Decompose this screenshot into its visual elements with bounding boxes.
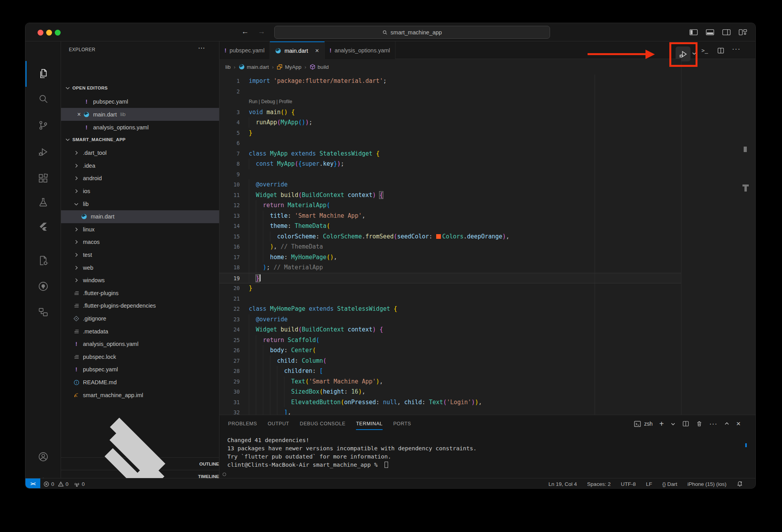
code-line[interactable]: 22class MyHomePage extends StatelessWidg… [219,304,681,314]
tree-item-.dart_tool[interactable]: .dart_tool [61,147,219,159]
panel-tab-output[interactable]: OUTPUT [268,415,289,432]
code-line[interactable]: 3void main() { [219,107,681,118]
maximize-panel-icon[interactable] [724,421,730,426]
tree-item-README.md[interactable]: README.md [61,376,219,389]
traffic-light-minimize[interactable] [46,30,52,36]
split-terminal-icon[interactable] [682,420,689,427]
code-line[interactable]: 12return MaterialApp( [219,200,681,211]
activity-source-control-icon[interactable] [25,115,61,135]
code-line[interactable]: 23@override [219,314,681,325]
tree-item-.metadata[interactable]: .metadata [61,325,219,338]
more-actions-icon[interactable]: ··· [732,45,741,53]
code-line[interactable]: 32], [219,407,681,415]
code-line[interactable]: 13title: 'Smart Machine App', [219,211,681,221]
toggle-primary-sidebar-icon[interactable] [689,29,698,36]
toggle-secondary-sidebar-icon[interactable] [722,29,731,36]
split-editor-icon[interactable] [717,47,724,54]
activity-remote-explorer-icon[interactable] [25,302,61,322]
panel-more-actions-icon[interactable]: ··· [709,420,717,428]
code-line[interactable]: 26body: Center( [219,345,681,356]
status--dart[interactable]: {} Dart [662,481,677,487]
code-line[interactable]: 1import 'package:flutter/material.dart'; [219,76,681,86]
open-editor-main.dart[interactable]: ×main.dartlib [61,108,219,121]
open-editor-pubspec.yaml[interactable]: !pubspec.yaml [61,95,219,108]
code-line[interactable]: 15colorScheme: ColorScheme.fromSeed(seed… [219,231,681,242]
back-arrow-icon[interactable]: ← [241,27,249,36]
command-center-search[interactable]: smart_machine_app [274,26,550,39]
notifications-bell-icon[interactable] [737,481,743,487]
activity-search-icon[interactable] [25,88,61,109]
tree-item-.flutter-plugins-dependencies[interactable]: .flutter-plugins-dependencies [61,299,219,312]
tree-item-web[interactable]: web [61,261,219,274]
status-spaces-2[interactable]: Spaces: 2 [587,481,611,487]
code-lens-row[interactable]: Run | Debug | Profile [219,97,681,107]
close-tab-icon[interactable]: × [315,47,319,55]
tree-item-pubspec.lock[interactable]: pubspec.lock [61,351,219,364]
status-utf-8[interactable]: UTF-8 [621,481,636,487]
code-line[interactable]: 5} [219,128,681,138]
tree-item-main.dart[interactable]: main.dart [61,210,219,223]
views-more-actions-icon[interactable]: ⋯ [198,44,205,52]
tree-item-pubspec.yaml[interactable]: !pubspec.yaml [61,363,219,376]
panel-tab-problems[interactable]: PROBLEMS [228,415,257,432]
code-line[interactable]: 7class MyApp extends StatelessWidget { [219,149,681,159]
panel-tab-debug-console[interactable]: DEBUG CONSOLE [300,415,345,432]
tree-item-lib[interactable]: lib [61,197,219,210]
activity-testing-icon[interactable] [25,192,61,213]
code-line[interactable]: 25return Scaffold( [219,335,681,346]
tree-item-macos[interactable]: macos [61,236,219,249]
remote-indicator[interactable]: >< [25,478,40,489]
breadcrumb-lib[interactable]: lib [225,64,231,70]
code-line[interactable]: 20} [219,283,681,294]
code-line[interactable]: 10@override [219,179,681,190]
breadcrumb-main.dart[interactable]: main.dart [239,64,269,70]
tab-main.dart[interactable]: main.dart× [270,41,324,59]
code-line[interactable]: 6 [219,138,681,149]
code-line[interactable]: 31ElevatedButton(onPressed: null, child:… [219,397,681,408]
code-line[interactable]: 21 [219,294,681,304]
code-editor[interactable]: 1import 'package:flutter/material.dart';… [219,75,681,415]
tree-item-android[interactable]: android [61,172,219,185]
activity-flutter-icon[interactable] [25,217,61,237]
activity-github-icon[interactable] [25,276,61,296]
tree-item-.gitignore[interactable]: .gitignore [61,312,219,325]
traffic-light-zoom[interactable] [55,30,61,36]
command-decoration-icon[interactable] [223,473,226,476]
open-editors-header[interactable]: OPEN EDITORS [61,82,219,94]
code-line[interactable]: 4runApp(MyApp()); [219,117,681,128]
activity-cmake-tools-icon[interactable] [25,250,61,270]
terminal-prompt[interactable]: clint@Clints-MacBook-Air smart_machine_a… [227,461,476,469]
tree-item-windows[interactable]: windows [61,274,219,287]
panel-tab-ports[interactable]: PORTS [393,415,411,432]
activity-run-and-debug-icon[interactable] [25,142,61,162]
open-terminal-icon[interactable]: >_ [701,47,708,54]
traffic-light-close[interactable] [38,30,43,36]
new-terminal-icon[interactable]: + [659,419,664,428]
code-line[interactable]: 11Widget build(BuildContext context) { [219,190,681,201]
activity-extensions-icon[interactable] [25,168,61,188]
code-line[interactable]: 8const MyApp({super.key}); [219,159,681,169]
status-iphone-15-ios-[interactable]: iPhone (15) (ios) [687,481,726,487]
code-line[interactable]: 18); // MaterialApp [219,262,681,273]
code-line[interactable]: 17home: MyHomePage(), [219,252,681,263]
code-line[interactable]: 16), // ThemeData [219,242,681,252]
tab-pubspec.yaml[interactable]: !pubspec.yaml [219,41,270,59]
tree-item-test[interactable]: test [61,249,219,262]
code-line[interactable]: 28children: [ [219,366,681,376]
code-line[interactable]: 24Widget build(BuildContext context) { [219,324,681,335]
tree-item-linux[interactable]: linux [61,223,219,236]
status-lf[interactable]: LF [646,481,652,487]
tree-item-.flutter-plugins[interactable]: .flutter-plugins [61,287,219,300]
code-line[interactable]: 9 [219,169,681,180]
customize-layout-icon[interactable] [739,29,747,36]
kill-terminal-icon[interactable] [696,420,703,427]
code-line[interactable]: 29Text('Smart Machine App'), [219,376,681,387]
code-line[interactable]: 27child: Column( [219,356,681,366]
broadcast-status[interactable]: 0 [74,481,85,487]
forward-arrow-icon[interactable]: → [258,27,265,36]
code-line[interactable]: 30SizedBox(height: 16), [219,387,681,397]
tree-item-analysis_options.yaml[interactable]: !analysis_options.yaml [61,338,219,351]
breadcrumb-build[interactable]: build [309,64,329,70]
activity-explorer-icon[interactable] [25,63,61,84]
project-root-header[interactable]: SMART_MACHINE_APP [61,134,219,145]
